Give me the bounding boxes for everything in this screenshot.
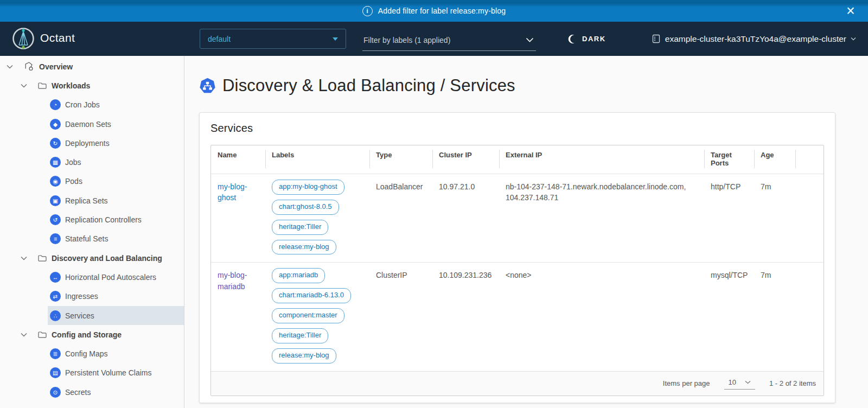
pagination-range: 1 - 2 of 2 items (769, 379, 816, 387)
chevron-down-icon (851, 37, 856, 41)
sidebar-item-ingresses[interactable]: ⇄Ingresses (48, 287, 184, 306)
sidebar-item-label: Workloads (52, 81, 90, 90)
sidebar-item-label: Pods (65, 177, 82, 186)
sidebar-item-deployments[interactable]: ↻Deployments (48, 133, 184, 152)
sidebar-item-services[interactable]: ∴Services (48, 306, 184, 325)
sidebar-item-workloads[interactable]: Workloads (20, 76, 184, 95)
labels-list: app:my-blog-ghostchart:ghost-8.0.5herita… (272, 180, 363, 254)
pods-icon: ◉ (50, 176, 61, 187)
col-cluster-ip: Cluster IP (432, 145, 499, 174)
sidebar-item-discovery-and-load-balancing[interactable]: Discovery and Load Balancing (20, 248, 184, 267)
replication-controllers-icon: ↺ (50, 214, 61, 225)
sidebar-item-replication-controllers[interactable]: ↺Replication Controllers (48, 210, 184, 229)
moon-icon (567, 34, 577, 44)
replica-sets-icon: ▣ (50, 195, 61, 206)
target-ports-cell: http/TCP (704, 174, 754, 263)
applications-icon (24, 61, 34, 72)
label-chip[interactable]: app:mariadb (272, 268, 325, 283)
labels-list: app:mariadbchart:mariadb-6.13.0component… (272, 268, 363, 363)
sidebar-item-label: Secrets (65, 388, 91, 397)
services-card: Services Name Labels Type (199, 112, 835, 403)
col-name: Name (211, 145, 265, 174)
sidebar-item-label: Replication Controllers (65, 215, 142, 224)
service-name-link[interactable]: my-blog-mariadb (218, 271, 247, 290)
sidebar-nav: OverviewWorkloads◔Cron Jobs◆Daemon Sets↻… (0, 56, 184, 408)
namespace-value: default (208, 35, 333, 43)
sidebar-item-stateful-sets[interactable]: ≡Stateful Sets (48, 229, 184, 248)
chevron-down-icon[interactable] (20, 256, 28, 260)
card-title: Services (210, 122, 824, 135)
labels-filter-text: Filter by labels (1 applied) (363, 36, 526, 44)
sidebar-item-label: Stateful Sets (65, 234, 108, 243)
sidebar-item-label: Jobs (65, 158, 81, 167)
cron-jobs-icon: ◔ (50, 99, 61, 110)
sidebar-item-pods[interactable]: ◉Pods (48, 172, 184, 191)
sidebar-item-config-maps[interactable]: ≣Config Maps (48, 344, 184, 363)
items-per-page-select[interactable]: 10 (724, 377, 755, 390)
service-heptagon-icon (199, 78, 216, 94)
col-type: Type (369, 145, 432, 174)
octant-logo-icon (12, 27, 35, 50)
external-ip-cell: <none> (499, 263, 704, 371)
col-spacer (795, 145, 824, 174)
target-ports-cell: mysql/TCP (704, 263, 754, 371)
ingresses-icon: ⇄ (50, 291, 61, 302)
sidebar-item-daemon-sets[interactable]: ◆Daemon Sets (48, 114, 184, 133)
label-chip[interactable]: app:my-blog-ghost (272, 180, 344, 195)
notification-banner: i Added filter for label release:my-blog… (0, 0, 868, 22)
sidebar-item-horizontal-pod-autoscalers[interactable]: ↔Horizontal Pod Autoscalers (48, 267, 184, 286)
label-chip[interactable]: chart:mariadb-6.13.0 (272, 288, 351, 303)
spacer-cell (795, 263, 824, 371)
table-header-row: Name Labels Type Cluster IP External IP … (211, 145, 824, 174)
theme-toggle-label: DARK (582, 35, 606, 43)
sidebar-item-secrets[interactable]: ⊙Secrets (48, 382, 184, 401)
col-target-ports: Target Ports (704, 145, 754, 174)
age-cell: 7m (754, 263, 795, 371)
label-chip[interactable]: release:my-blog (272, 240, 336, 255)
close-banner-icon[interactable]: × (842, 1, 859, 21)
sidebar-item-label: Ingresses (65, 292, 98, 301)
col-labels: Labels (265, 145, 369, 174)
sidebar-item-config-and-storage[interactable]: Config and Storage (20, 325, 184, 344)
label-chip[interactable]: heritage:Tiller (272, 220, 328, 235)
sidebar-item-label: Config Maps (65, 349, 108, 358)
theme-toggle[interactable]: DARK (567, 22, 606, 56)
info-icon: i (362, 6, 373, 16)
main-content: Discovery & Load Balancing / Services Se… (184, 56, 868, 408)
sidebar-item-replica-sets[interactable]: ▣Replica Sets (48, 191, 184, 210)
chevron-down-icon[interactable] (5, 65, 14, 69)
service-name-link[interactable]: my-blog-ghost (218, 182, 247, 202)
sidebar-item-label: Overview (39, 62, 73, 71)
sidebar-item-cron-jobs[interactable]: ◔Cron Jobs (48, 95, 184, 114)
label-chip[interactable]: heritage:Tiller (272, 328, 328, 343)
labels-filter-dropdown[interactable]: Filter by labels (1 applied) (362, 33, 536, 51)
octant-app: i Added filter for label release:my-blog… (0, 0, 868, 408)
chevron-down-icon[interactable] (20, 333, 28, 337)
deployments-icon: ↻ (50, 138, 61, 149)
sidebar-item-jobs[interactable]: ▦Jobs (48, 152, 184, 171)
sidebar-item-persistent-volume-claims[interactable]: ▤Persistent Volume Claims (48, 364, 184, 382)
cluster-name: example-cluster-ka3TuTzYo4a@example-clus… (665, 34, 846, 44)
namespace-select[interactable]: default (200, 29, 346, 49)
sidebar-item-overview[interactable]: Overview (5, 57, 184, 76)
label-chip[interactable]: component:master (272, 308, 344, 323)
items-per-page-value: 10 (729, 378, 736, 386)
chevron-down-icon (745, 380, 751, 384)
persistent-volume-claims-icon: ▤ (50, 367, 61, 378)
folder-icon (38, 331, 47, 339)
app-header: Octant default Filter by labels (1 appli… (0, 22, 868, 56)
sidebar-item-label: Config and Storage (52, 330, 122, 339)
cluster-selector[interactable]: example-cluster-ka3TuTzYo4a@example-clus… (652, 22, 856, 56)
stateful-sets-icon: ≡ (50, 233, 61, 244)
cluster-ip-cell: 10.97.21.0 (432, 174, 499, 263)
chevron-down-icon[interactable] (20, 84, 28, 88)
page-header: Discovery & Load Balancing / Services (199, 76, 835, 95)
page-title: Discovery & Load Balancing / Services (222, 76, 515, 95)
folder-icon (38, 254, 47, 262)
label-chip[interactable]: chart:ghost-8.0.5 (272, 200, 339, 215)
daemon-sets-icon: ◆ (50, 119, 61, 130)
cluster-ip-cell: 10.109.231.236 (432, 263, 499, 371)
jobs-icon: ▦ (50, 157, 61, 168)
caret-down-icon (333, 37, 338, 41)
label-chip[interactable]: release:my-blog (272, 348, 336, 364)
